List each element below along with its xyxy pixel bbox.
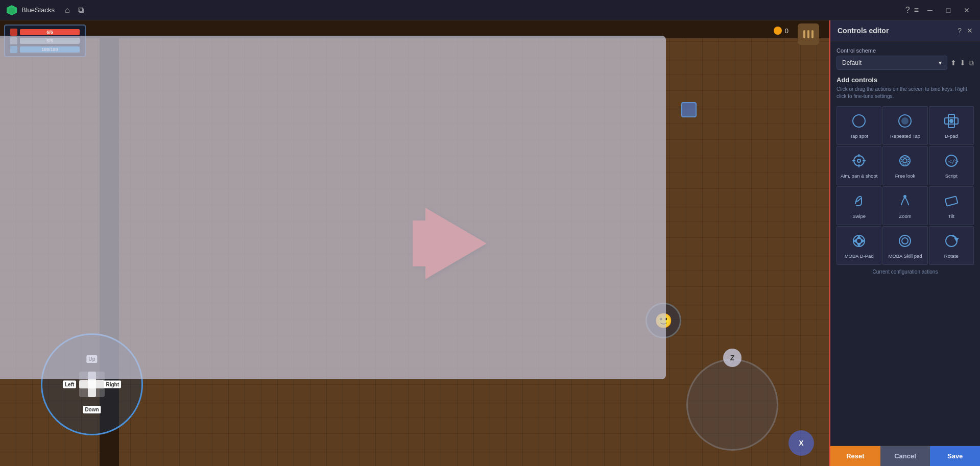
import-scheme-icon[interactable]: ⬆ [950, 59, 957, 67]
chevron-down-icon: ▾ [939, 59, 942, 66]
repeated-tap-label: Repeated Tap [890, 133, 920, 139]
svg-point-9 [950, 119, 953, 122]
svg-rect-22 [945, 196, 958, 206]
editor-body: Control scheme Default ▾ ⬆ ⬇ ⧉ Add contr… [830, 41, 980, 446]
editor-help-icon[interactable]: ? [958, 27, 962, 35]
help-icon[interactable]: ? [905, 6, 910, 15]
moba-dpad-label: MOBA D-Pad [845, 253, 874, 259]
right-joystick[interactable]: Z X [686, 359, 778, 451]
svg-text:</>: </> [948, 158, 959, 165]
rotate-label: Rotate [944, 253, 959, 259]
control-moba-skill-pad[interactable]: MOBA Skill pad [882, 226, 927, 265]
control-script[interactable]: </> Script [929, 146, 974, 185]
cancel-button[interactable]: Cancel [880, 446, 930, 466]
svg-point-30 [902, 238, 908, 244]
pause-button[interactable] [798, 23, 819, 45]
zoom-icon [896, 192, 914, 210]
svg-marker-26 [857, 243, 861, 246]
z-button[interactable]: Z [723, 349, 742, 367]
tilt-label: Tilt [948, 213, 954, 219]
moba-skill-pad-label: MOBA Skill pad [888, 253, 922, 259]
control-dpad[interactable]: D-pad [929, 106, 974, 145]
svg-point-21 [904, 195, 906, 198]
svg-point-11 [857, 159, 861, 162]
editor-close-icon[interactable]: ✕ [967, 27, 973, 35]
app-brand-name: BlueStacks [21, 6, 55, 14]
control-repeated-tap[interactable]: Repeated Tap [882, 106, 927, 145]
free-look-icon [896, 152, 914, 170]
svg-point-6 [902, 118, 908, 124]
coin-area: 0 [774, 27, 788, 35]
x-button[interactable]: X [788, 430, 814, 456]
minimize-button[interactable]: ─ [923, 3, 937, 17]
swipe-label: Swipe [852, 213, 866, 219]
health-bar-text: 6/6 [20, 29, 80, 35]
window-icon[interactable]: ⧉ [78, 6, 84, 15]
joystick-outer-ring [686, 359, 778, 451]
maximize-button[interactable]: □ [941, 3, 955, 17]
coin-count: 0 [785, 27, 788, 35]
export-scheme-icon[interactable]: ⬇ [960, 59, 966, 67]
control-tap-spot[interactable]: Tap spot [836, 106, 881, 145]
control-zoom[interactable]: Zoom [882, 186, 927, 225]
moba-skill-pad-icon [896, 232, 914, 250]
control-swipe[interactable]: Swipe [836, 186, 881, 225]
add-controls-title: Add controls [836, 76, 974, 84]
pause-bar-2 [807, 30, 809, 38]
space-button[interactable]: Space [0, 36, 666, 379]
svg-marker-27 [854, 239, 856, 242]
scheme-select-value: Default [842, 59, 862, 66]
close-button[interactable]: ✕ [960, 3, 974, 17]
repeated-tap-icon [896, 112, 914, 130]
scheme-select-dropdown[interactable]: Default ▾ [836, 56, 947, 70]
reset-button[interactable]: Reset [830, 446, 880, 466]
title-bar-nav-icons: ⌂ ⧉ [65, 6, 84, 15]
editor-header-icons: ? ✕ [958, 27, 973, 35]
dpad-right-label[interactable]: Right [104, 381, 121, 388]
script-label: Script [945, 173, 958, 179]
rotate-icon [942, 232, 961, 250]
dpad-down-label[interactable]: Down [83, 406, 101, 413]
health-bar: 6/6 [20, 29, 80, 35]
swipe-icon [850, 192, 868, 210]
editor-header: Controls editor ? ✕ [830, 20, 980, 41]
app-logo: BlueStacks [6, 5, 55, 16]
editor-footer: Reset Cancel Save [830, 446, 980, 466]
save-button[interactable]: Save [930, 446, 980, 466]
home-icon[interactable]: ⌂ [65, 6, 70, 15]
main-content: 6/6 5/5 180/180 0 [0, 20, 980, 466]
control-rotate[interactable]: Rotate [929, 226, 974, 265]
control-moba-dpad[interactable]: MOBA D-Pad [836, 226, 881, 265]
tap-spot-icon [850, 112, 868, 130]
dpad-icon [942, 112, 961, 130]
dpad-left-label[interactable]: Left [63, 381, 76, 388]
menu-icon[interactable]: ≡ [914, 6, 919, 15]
scheme-action-icons: ⬆ ⬇ ⧉ [950, 59, 974, 67]
svg-rect-3 [79, 380, 105, 388]
aim-pan-shoot-label: Aim, pan & shoot [841, 173, 877, 179]
bluestacks-logo-icon [6, 5, 17, 16]
svg-marker-28 [862, 239, 864, 242]
game-viewport: 6/6 5/5 180/180 0 [0, 20, 829, 466]
svg-point-4 [853, 115, 865, 127]
control-free-look[interactable]: Free look [882, 146, 927, 185]
copy-scheme-icon[interactable]: ⧉ [969, 59, 974, 67]
control-scheme-label: Control scheme [836, 47, 974, 54]
control-tilt[interactable]: Tilt [929, 186, 974, 225]
svg-marker-25 [857, 236, 861, 238]
aim-pan-shoot-icon [850, 152, 868, 170]
window-controls: ? ≡ ─ □ ✕ [905, 3, 974, 17]
zoom-label: Zoom [899, 213, 911, 219]
pause-bar-3 [811, 30, 814, 38]
control-scheme-row: Default ▾ ⬆ ⬇ ⧉ [836, 56, 974, 70]
svg-point-24 [856, 238, 862, 243]
controls-editor-panel: Controls editor ? ✕ Control scheme Defau… [829, 20, 980, 466]
script-icon: </> [942, 152, 961, 170]
pause-bar-1 [803, 30, 805, 38]
editor-title: Controls editor [838, 27, 889, 35]
dpad-label: D-pad [945, 133, 958, 139]
svg-marker-32 [955, 238, 958, 241]
svg-point-29 [899, 235, 911, 247]
control-aim-pan-shoot[interactable]: Aim, pan & shoot [836, 146, 881, 185]
controls-grid: Tap spot Repeated Tap [836, 106, 974, 265]
